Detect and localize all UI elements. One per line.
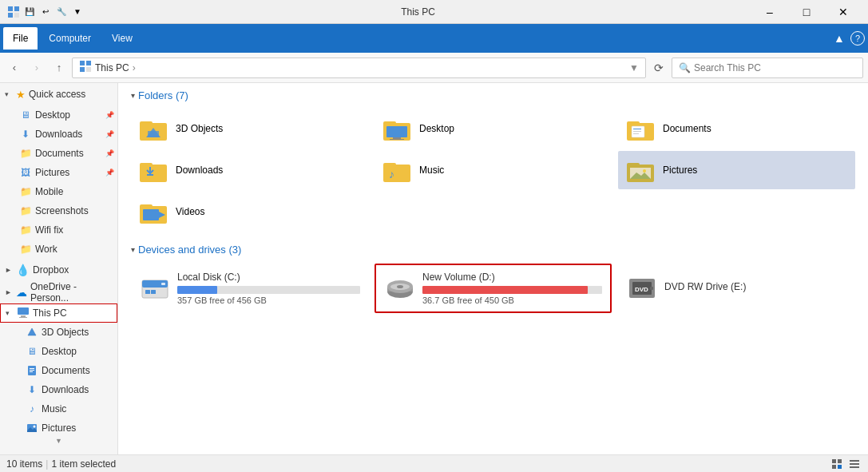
folder-item-videos[interactable]: Videos — [131, 192, 368, 231]
folder-item-downloads[interactable]: Downloads — [131, 151, 368, 189]
section-quick-access[interactable]: ▾ ★ Quick access — [0, 83, 117, 105]
sidebar-item-dropbox[interactable]: ► 💧 Dropbox — [0, 259, 117, 281]
window-controls[interactable]: – □ ✕ — [751, 0, 862, 24]
svg-rect-25 — [386, 126, 407, 137]
tab-computer[interactable]: Computer — [39, 27, 101, 50]
dropbox-icon: 💧 — [16, 264, 30, 276]
view-large-icon[interactable] — [830, 457, 844, 471]
forward-button[interactable]: › — [27, 58, 46, 77]
sidebar-3d-label: 3D Objects — [42, 327, 89, 338]
svg-rect-3 — [14, 13, 19, 18]
scroll-down-indicator: ▼ — [0, 438, 117, 444]
svg-rect-69 — [850, 466, 859, 468]
folders-toggle[interactable]: ▾ — [131, 91, 135, 100]
svg-text:DVD: DVD — [635, 286, 648, 293]
folder-downloads-label: Downloads — [176, 165, 223, 176]
quick-access-toolbar[interactable]: 💾 ↩ 🔧 ▼ — [6, 5, 85, 19]
back-button[interactable]: ‹ — [5, 58, 24, 77]
sidebar-item-wififix[interactable]: 📁 Wifi fix — [0, 220, 117, 240]
sidebar-item-onedrive[interactable]: ► ☁ OneDrive - Person... — [0, 281, 117, 303]
refresh-button[interactable]: ⟳ — [649, 58, 668, 77]
sidebar-item-documents-sub[interactable]: Documents — [0, 361, 117, 380]
path-icon — [79, 60, 92, 75]
svg-rect-51 — [161, 283, 165, 285]
drive-icon-d — [384, 272, 416, 304]
sidebar-item-documents[interactable]: 📁 Documents 📌 — [0, 144, 117, 163]
svg-rect-33 — [633, 133, 639, 134]
status-right — [830, 457, 862, 471]
drive-item-e[interactable]: DVD DVD RW Drive (E:) — [618, 264, 855, 313]
ribbon-collapse-icon[interactable]: ▲ — [831, 30, 847, 46]
svg-rect-31 — [633, 129, 641, 129]
svg-rect-13 — [30, 368, 34, 369]
help-icon[interactable]: ? — [850, 31, 865, 46]
svg-rect-62 — [650, 287, 653, 290]
sidebar-item-screenshots[interactable]: 📁 Screenshots — [0, 201, 117, 220]
svg-rect-22 — [148, 131, 159, 137]
music-icon-sub: ♪ — [26, 403, 38, 415]
tab-view[interactable]: View — [102, 27, 142, 50]
sidebar-item-desktop-sub[interactable]: 🖥 Desktop — [0, 342, 117, 361]
address-dropdown-icon[interactable]: ▼ — [629, 62, 639, 73]
sidebar-item-work[interactable]: 📁 Work — [0, 240, 117, 259]
expand-arrow-dropbox: ► — [5, 266, 13, 274]
address-path[interactable]: This PC › ▼ — [72, 58, 646, 78]
folder-item-music[interactable]: ♪ Music — [375, 151, 612, 189]
desktop-icon-sub: 🖥 — [26, 345, 38, 358]
sidebar-pictures-label: Pictures — [35, 167, 69, 178]
sidebar-item-music-sub[interactable]: ♪ Music — [0, 399, 117, 418]
sidebar-item-pictures[interactable]: 🖼 Pictures 📌 — [0, 163, 117, 182]
properties-tb-btn[interactable]: 🔧 — [54, 5, 69, 19]
sidebar-item-downloads-sub[interactable]: ⬇ Downloads — [0, 380, 117, 399]
view-list-icon[interactable] — [847, 457, 862, 471]
sidebar: ▾ ★ Quick access 🖥 Desktop 📌 ⬇ Downloads… — [0, 83, 118, 454]
sidebar-item-desktop[interactable]: 🖥 Desktop 📌 — [0, 105, 117, 125]
sidebar-item-thispc[interactable]: ▾ This PC — [0, 303, 117, 323]
folder-item-3dobjects[interactable]: 3D Objects — [131, 109, 368, 148]
save-tb-btn[interactable]: 💾 — [22, 5, 37, 19]
svg-rect-53 — [151, 290, 156, 294]
sidebar-item-mobile[interactable]: 📁 Mobile — [0, 182, 117, 201]
status-sep: | — [46, 458, 48, 470]
folder-pictures-label: Pictures — [663, 165, 697, 176]
drives-toggle[interactable]: ▾ — [131, 245, 135, 254]
drive-item-d[interactable]: New Volume (D:) 36.7 GB free of 450 GB — [375, 264, 612, 313]
svg-rect-24 — [383, 121, 396, 126]
pin-icon-downloads: 📌 — [105, 130, 114, 138]
search-input[interactable] — [694, 62, 856, 73]
maximize-button[interactable]: □ — [788, 0, 825, 24]
folder-item-desktop[interactable]: Desktop — [375, 109, 612, 148]
sidebar-item-downloads[interactable]: ⬇ Downloads 📌 — [0, 125, 117, 144]
undo-tb-btn[interactable]: ↩ — [38, 5, 53, 19]
svg-rect-63 — [832, 459, 836, 463]
search-box[interactable]: 🔍 — [672, 58, 863, 78]
dropdown-tb-btn[interactable]: ▼ — [70, 5, 85, 19]
item-count: 10 items — [6, 458, 42, 470]
up-button[interactable]: ↑ — [50, 58, 69, 77]
3dobjects-icon-sub — [26, 326, 38, 339]
sidebar-desktop-label: Desktop — [35, 109, 70, 121]
drive-item-c[interactable]: Local Disk (C:) 357 GB free of 456 GB — [131, 264, 368, 313]
folder-icon-videos — [137, 197, 169, 226]
sidebar-item-3dobjects[interactable]: 3D Objects — [0, 323, 117, 342]
sidebar-mobile-label: Mobile — [35, 186, 63, 197]
folder-item-pictures[interactable]: Pictures — [618, 151, 855, 189]
status-bar: 10 items | 1 item selected — [0, 454, 868, 472]
minimize-button[interactable]: – — [751, 0, 788, 24]
pictures-icon-qa: 🖼 — [19, 166, 32, 179]
folder-icon-pictures — [624, 156, 656, 184]
svg-rect-5 — [86, 61, 91, 65]
star-icon: ★ — [16, 89, 26, 101]
folder-item-documents[interactable]: Documents — [618, 109, 855, 148]
drive-d-fill — [422, 286, 588, 294]
close-button[interactable]: ✕ — [825, 0, 862, 24]
downloads-icon-sub: ⬇ — [26, 383, 38, 396]
sidebar-item-pictures-sub[interactable]: Pictures — [0, 418, 117, 438]
folders-section-title: ▾ Folders (7) — [131, 89, 855, 101]
tab-file[interactable]: File — [3, 27, 38, 50]
title-bar-icon — [6, 5, 21, 19]
ribbon: File Computer View ▲ ? — [0, 24, 868, 53]
pin-icon-docs: 📌 — [105, 149, 114, 157]
content-area: ▾ Folders (7) 3D Objects — [118, 83, 868, 454]
sidebar-pictures-sub-label: Pictures — [42, 422, 76, 434]
